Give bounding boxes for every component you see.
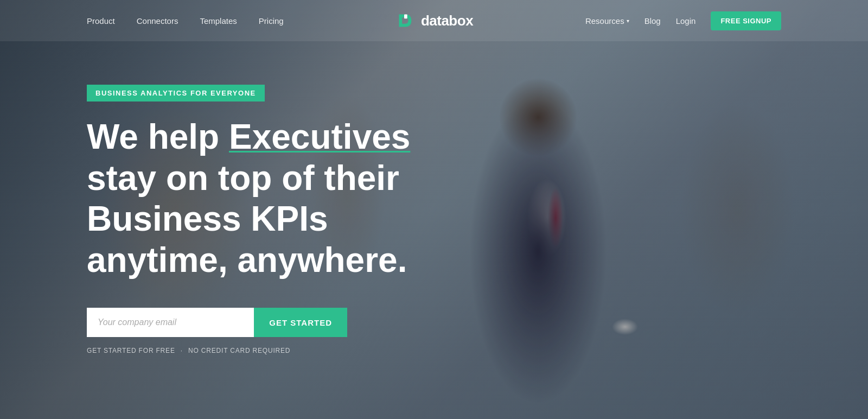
navbar: Product Connectors Templates Pricing dat… bbox=[0, 0, 868, 41]
resources-chevron-icon: ▾ bbox=[627, 18, 629, 24]
hero-badge: BUSINESS ANALYTICS FOR EVERYONE bbox=[87, 85, 265, 101]
svg-rect-1 bbox=[404, 15, 407, 19]
nav-link-templates[interactable]: Templates bbox=[200, 16, 237, 26]
hero-headline: We help Executives stay on top of their … bbox=[87, 117, 477, 281]
get-started-button[interactable]: GET STARTED bbox=[254, 308, 347, 337]
headline-text-part1: We help bbox=[87, 117, 229, 156]
headline-text-part2: stay on top of their Business KPIs anyti… bbox=[87, 158, 407, 280]
svg-rect-0 bbox=[395, 10, 416, 31]
brand-name: databox bbox=[421, 12, 473, 29]
databox-logo-icon bbox=[395, 10, 416, 31]
nav-link-resources[interactable]: Resources ▾ bbox=[585, 16, 629, 26]
nav-link-connectors[interactable]: Connectors bbox=[137, 16, 178, 26]
subtext-free: GET STARTED FOR FREE bbox=[87, 347, 175, 354]
subtext-separator: · bbox=[181, 347, 183, 354]
email-input[interactable] bbox=[87, 308, 254, 337]
hero-subtext: GET STARTED FOR FREE · NO CREDIT CARD RE… bbox=[87, 347, 781, 354]
subtext-no-cc: NO CREDIT CARD REQUIRED bbox=[188, 347, 290, 354]
nav-left: Product Connectors Templates Pricing bbox=[87, 16, 284, 26]
nav-link-product[interactable]: Product bbox=[87, 16, 115, 26]
brand-logo[interactable]: databox bbox=[395, 10, 473, 31]
nav-link-blog[interactable]: Blog bbox=[644, 16, 661, 26]
nav-link-login[interactable]: Login bbox=[676, 16, 696, 26]
nav-link-pricing[interactable]: Pricing bbox=[259, 16, 284, 26]
free-signup-button[interactable]: FREE SIGNUP bbox=[711, 11, 781, 30]
signup-form: GET STARTED bbox=[87, 308, 347, 337]
headline-highlight: Executives bbox=[229, 117, 410, 156]
hero-section: BUSINESS ANALYTICS FOR EVERYONE We help … bbox=[0, 41, 868, 354]
nav-right: Resources ▾ Blog Login FREE SIGNUP bbox=[585, 11, 781, 30]
